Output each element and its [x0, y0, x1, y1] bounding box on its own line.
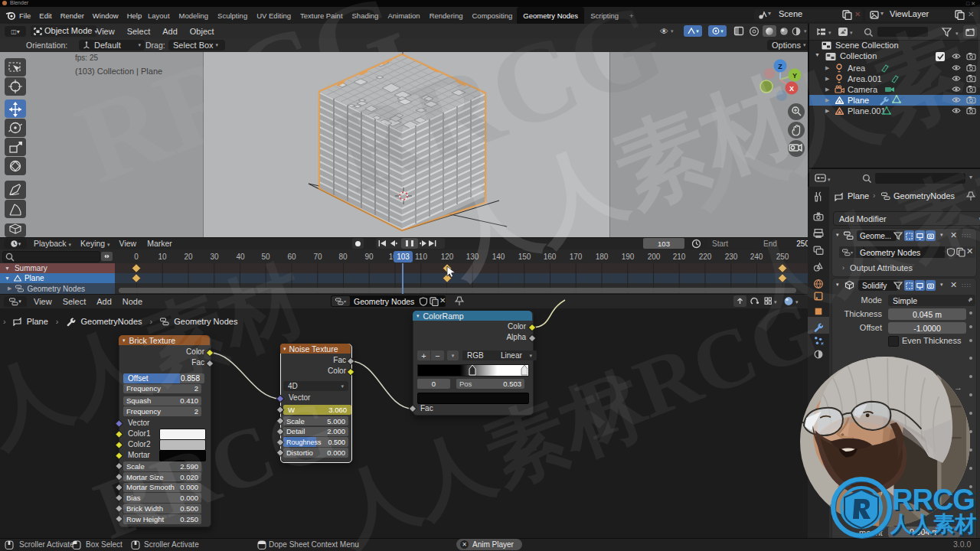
- svg-text:▾: ▾: [850, 30, 853, 35]
- svg-text:▾: ▾: [828, 30, 831, 35]
- svg-text:RRCG: RRCG: [892, 484, 975, 516]
- svg-text:▾: ▾: [828, 177, 831, 182]
- svg-text:人人素材: 人人素材: [890, 512, 976, 536]
- svg-text:▾: ▾: [956, 31, 959, 36]
